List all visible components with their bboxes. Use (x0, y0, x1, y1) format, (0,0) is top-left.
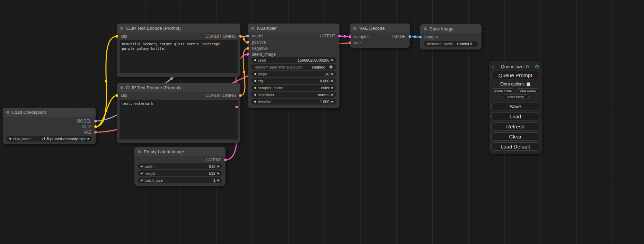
node-title: CLIP Text Encode (Prompt) (126, 85, 181, 90)
widget-denoise[interactable]: ◀ denoise 1.000 ▶ (251, 99, 336, 105)
node-save-image[interactable]: Save Image images filename_prefix ComfyU… (420, 24, 482, 49)
toggle-dot-icon[interactable] (329, 65, 333, 69)
arrow-left-icon[interactable]: ◀ (254, 85, 256, 91)
widget-scheduler[interactable]: ◀ scheduler normal ▶ (251, 92, 336, 98)
load-default-button[interactable]: Load Default (491, 142, 539, 151)
arrow-left-icon[interactable]: ◀ (140, 177, 142, 183)
view-history-button[interactable]: View History (502, 94, 529, 99)
arrow-left-icon[interactable]: ◀ (254, 57, 256, 63)
widget-width[interactable]: ◀ width 512 ▶ (138, 163, 222, 169)
view-queue-button[interactable]: View Queue (516, 88, 539, 93)
slot-conditioning-output[interactable]: CONDITIONING (205, 34, 236, 39)
node-load-checkpoint[interactable]: Load Checkpoint MODEL CLIP VAE ◀ ckpt_na… (3, 108, 96, 144)
arrow-left-icon[interactable]: ◀ (254, 78, 256, 84)
widget-seed[interactable]: ◀ seed 156680208700286 ▶ (251, 57, 336, 63)
widget-name: seed (258, 58, 266, 62)
arrow-left-icon[interactable]: ◀ (140, 163, 142, 169)
arrow-right-icon[interactable]: ▶ (332, 85, 334, 91)
slot-latent-image-input[interactable]: latent_image (252, 52, 276, 57)
slot-positive-input[interactable]: positive (252, 40, 266, 45)
arrow-left-icon[interactable]: ◀ (254, 99, 256, 105)
prompt-text-input[interactable]: text, watermark (120, 100, 238, 139)
history-row: View History (491, 94, 539, 99)
arrow-right-icon[interactable]: ▶ (332, 57, 334, 63)
prompt-text-input[interactable]: beautiful scenery nature glass bottle la… (120, 40, 238, 73)
arrow-right-icon[interactable]: ▶ (218, 163, 220, 169)
node-title-bar[interactable]: Empty Latent Image (134, 147, 226, 156)
widget-value: v1-5-pruned-emaonly.ckpt (42, 137, 86, 141)
node-title-bar[interactable]: CLIP Text Encode (Prompt) (117, 24, 240, 33)
arrow-right-icon[interactable]: ▶ (332, 92, 334, 98)
widget-value: enabled (312, 65, 325, 69)
collapse-dot-icon[interactable] (6, 111, 9, 114)
arrow-left-icon[interactable]: ◀ (140, 170, 142, 176)
widget-value: 1 (213, 178, 215, 182)
widget-name: batch_size (144, 178, 163, 182)
widget-ckpt-name[interactable]: ◀ ckpt_name v1-5-pruned-emaonly.ckpt ▶ (6, 136, 92, 142)
collapse-dot-icon[interactable] (353, 27, 356, 30)
widget-sampler-name[interactable]: ◀ sampler_name euler ▶ (251, 85, 336, 91)
drag-handle-icon[interactable] (491, 64, 495, 69)
slot-samples-input[interactable]: samples (354, 34, 370, 39)
slot-clip-input[interactable]: clip (121, 34, 127, 39)
slot-conditioning-output[interactable]: CONDITIONING (205, 93, 236, 98)
collapse-dot-icon[interactable] (120, 86, 123, 89)
widget-cfg[interactable]: ◀ cfg 8.000 ▶ (251, 78, 336, 84)
node-clip-text-encode-negative[interactable]: CLIP Text Encode (Prompt) clip CONDITION… (117, 83, 240, 143)
arrow-right-icon[interactable]: ▶ (332, 78, 334, 84)
arrow-right-icon[interactable]: ▶ (218, 170, 220, 176)
node-title-bar[interactable]: KSampler (248, 24, 339, 33)
settings-gear-icon[interactable]: ⚙ (535, 64, 539, 69)
node-title-bar[interactable]: CLIP Text Encode (Prompt) (117, 83, 240, 92)
wire-image (410, 37, 420, 37)
widget-random-seed-toggle[interactable]: Random seed after every gen enabled (251, 64, 336, 70)
collapse-dot-icon[interactable] (251, 27, 254, 30)
queue-front-button[interactable]: Queue Front (491, 88, 514, 93)
arrow-right-icon[interactable]: ▶ (332, 71, 334, 77)
widget-batch-size[interactable]: ◀ batch_size 1 ▶ (138, 177, 222, 183)
slot-model-output[interactable]: MODEL (77, 119, 91, 124)
clear-button[interactable]: Clear (491, 132, 539, 141)
arrow-left-icon[interactable]: ◀ (9, 136, 11, 142)
widget-filename-prefix[interactable]: filename_prefix ComfyUI (424, 41, 478, 47)
wire-clip-negative (96, 96, 117, 127)
node-title-bar[interactable]: VAE Decode (350, 24, 410, 33)
node-clip-text-encode-positive[interactable]: CLIP Text Encode (Prompt) clip CONDITION… (117, 24, 240, 77)
widget-steps[interactable]: ◀ steps 20 ▶ (251, 71, 336, 77)
queue-size-text: Queue size: (501, 64, 525, 69)
node-title: Load Checkpoint (12, 110, 46, 115)
slot-clip-output[interactable]: CLIP (82, 124, 91, 129)
slot-negative-input[interactable]: negative (252, 46, 267, 51)
node-ksampler[interactable]: KSampler model positive negative latent_… (248, 24, 339, 108)
node-empty-latent-image[interactable]: Empty Latent Image LATENT ◀ width 512 ▶ … (134, 147, 226, 186)
wire-midpoint-dot (414, 36, 416, 38)
refresh-button[interactable]: Refresh (491, 122, 539, 130)
arrow-left-icon[interactable]: ◀ (254, 71, 256, 77)
collapse-dot-icon[interactable] (424, 27, 427, 30)
collapse-dot-icon[interactable] (120, 27, 123, 30)
slot-image-output[interactable]: IMAGE (392, 34, 406, 39)
save-button[interactable]: Save (491, 102, 539, 110)
node-title-bar[interactable]: Load Checkpoint (3, 108, 96, 117)
arrow-right-icon[interactable]: ▶ (332, 99, 334, 105)
slot-model-input[interactable]: model (252, 34, 263, 38)
load-button[interactable]: Load (491, 112, 539, 120)
arrow-right-icon[interactable]: ▶ (88, 136, 90, 142)
wire-midpoint-dot (170, 78, 173, 80)
node-title-bar[interactable]: Save Image (420, 24, 482, 33)
node-title: KSampler (257, 26, 277, 31)
slot-images-input[interactable]: images (424, 35, 438, 39)
node-title: CLIP Text Encode (Prompt) (126, 26, 181, 31)
node-vae-decode[interactable]: VAE Decode samples vae IMAGE (350, 24, 410, 48)
slot-vae-input[interactable]: vae (354, 40, 361, 45)
collapse-dot-icon[interactable] (138, 150, 141, 153)
widget-height[interactable]: ◀ height 512 ▶ (138, 170, 222, 176)
slot-latent-output[interactable]: LATENT (206, 157, 221, 162)
queue-prompt-button[interactable]: Queue Prompt (491, 71, 539, 79)
arrow-left-icon[interactable]: ◀ (254, 92, 256, 98)
slot-latent-output[interactable]: LATENT (320, 34, 335, 38)
arrow-right-icon[interactable]: ▶ (218, 177, 220, 183)
slot-vae-output[interactable]: VAE (83, 130, 91, 135)
slot-clip-input[interactable]: clip (121, 93, 127, 98)
extra-options-checkbox[interactable] (527, 82, 530, 86)
